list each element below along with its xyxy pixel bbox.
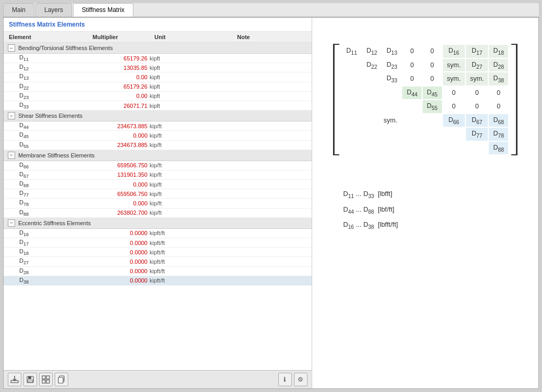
element-value[interactable]: 0.00 [82,93,150,99]
element-value[interactable]: 0.000 [82,181,150,188]
group-shear[interactable]: − Shear Stiffness Elements [4,111,312,121]
table-row[interactable]: D27 0.0000 kipft/ft [4,257,312,266]
element-value[interactable]: 0.0000 [82,259,150,265]
element-name: D22 [19,83,82,91]
element-value[interactable]: 65179.26 [82,55,150,62]
element-name: D66 [19,162,82,169]
settings-button[interactable]: ⚙ [294,373,307,386]
toolbar-left [8,373,68,386]
table-row[interactable]: D16 0.0000 kipft/ft [4,229,312,238]
element-value[interactable]: 0.000 [82,132,150,139]
toggle-membrane[interactable]: − [8,152,15,159]
table-row[interactable]: D12 13035.85 kipft [4,63,312,72]
element-value[interactable]: 263802.700 [82,210,150,216]
element-value[interactable]: 0.0000 [82,230,150,236]
grid-button[interactable] [39,373,53,386]
matrix-cell [383,128,402,141]
info-button[interactable]: ℹ [278,373,292,386]
table-row[interactable]: D23 0.00 kipft [4,92,312,101]
save-button[interactable] [23,373,37,386]
matrix-cell-highlight: D18 [489,45,508,58]
table-row[interactable]: D55 234673.885 kip/ft [4,141,312,150]
table-row[interactable]: D67 131901.350 kip/ft [4,170,312,180]
table-row[interactable]: D33 26071.71 kipft [4,101,312,111]
main-area: Stiffness Matrix Elements Element Multip… [3,17,539,389]
element-name: D17 [19,239,82,247]
table-row[interactable]: D17 0.0000 kipft/ft [4,238,312,248]
table-row[interactable]: D22 65179.26 kipft [4,82,312,92]
table-row[interactable]: D77 659506.750 kip/ft [4,189,312,199]
element-value[interactable]: 26071.71 [82,103,150,109]
element-value[interactable]: 131901.350 [82,172,150,178]
table-row[interactable]: D45 0.000 kip/ft [4,131,312,140]
element-value[interactable]: 234673.885 [82,123,150,129]
element-value[interactable]: 65179.26 [82,83,150,90]
matrix-cell [383,100,402,113]
element-unit: kipft/ft [150,230,191,236]
svg-rect-7 [42,380,45,383]
table-row[interactable]: D78 0.000 kip/ft [4,199,312,208]
toggle-shear[interactable]: − [8,112,15,119]
matrix-cell-highlight: sym. [466,72,488,85]
element-value[interactable]: 0.0000 [82,249,150,255]
matrix-cell [383,87,402,100]
element-unit: kip/ft [150,132,191,139]
matrix-cell-highlight: D17 [466,45,488,58]
table-row[interactable]: D68 0.000 kip/ft [4,180,312,189]
matrix-cell: 0 [489,87,508,100]
element-value[interactable]: 659506.750 [82,162,150,168]
matrix-cell-membrane: D77 [466,128,488,141]
copy-button[interactable] [55,373,68,386]
matrix-cell-highlight: D27 [466,59,488,72]
copy-icon [57,375,66,384]
tab-main[interactable]: Main [3,3,34,17]
toggle-eccentric[interactable]: − [8,219,15,227]
table-row[interactable]: D66 659506.750 kip/ft [4,161,312,170]
toggle-bending[interactable]: − [8,44,15,52]
table-row[interactable]: D44 234673.885 kip/ft [4,121,312,131]
table-row[interactable]: D38 0.0000 kipft/ft [4,276,312,286]
element-value[interactable]: 0.000 [82,200,150,206]
element-value[interactable]: 0.00 [82,74,150,80]
matrix-cell [423,142,442,155]
element-value[interactable]: 0.0000 [82,268,150,274]
element-value[interactable]: 234673.885 [82,142,150,148]
element-value[interactable]: 0.0000 [82,240,150,246]
group-bending[interactable]: − Bending/Torsional Stiffness Elements [4,43,312,54]
group-membrane[interactable]: − Membrane Stiffness Elements [4,150,312,161]
element-name: D38 [19,277,82,285]
svg-rect-3 [28,376,31,379]
table-row[interactable]: D13 0.00 kipft [4,72,312,82]
bottom-toolbar: ℹ ⚙ [4,370,312,388]
element-value[interactable]: 13035.85 [82,65,150,71]
section-title: Stiffness Matrix Elements [4,18,312,32]
matrix-cell [383,142,402,155]
element-unit: kip/ft [150,191,191,197]
element-value[interactable]: 0.0000 [82,277,150,284]
matrix-cell: D23 [383,59,402,72]
element-name: D12 [19,64,82,71]
table-row[interactable]: D11 65179.26 kipft [4,54,312,63]
matrix-cell-highlight: sym. [443,59,465,72]
matrix-cell-membrane: D88 [489,142,508,155]
element-unit: kip/ft [150,200,191,206]
matrix-cell: sym. [362,114,401,127]
element-unit: kipft [150,74,191,80]
element-name: D16 [19,229,82,237]
matrix-cell: 0 [466,87,488,100]
table-row[interactable]: D88 263802.700 kip/ft [4,209,312,218]
element-unit: kipft/ft [150,268,191,274]
right-panel: D11 D12 D13 0 0 D16 D17 D18 [312,18,538,388]
table-row[interactable]: D28 0.0000 kipft/ft [4,267,312,276]
tab-stiffness-matrix[interactable]: Stiffness Matrix [73,3,133,17]
element-value[interactable]: 659506.750 [82,191,150,197]
matrix-cell: D22 [362,59,381,72]
group-eccentric[interactable]: − Eccentric Stiffness Elements [4,218,312,229]
import-button[interactable] [8,373,21,386]
matrix-cell-shear: D55 [423,100,442,113]
tab-layers[interactable]: Layers [35,3,72,17]
col-header-note: Note [181,34,306,40]
group-shear-label: Shear Stiffness Elements [18,113,82,119]
element-name: D13 [19,73,82,81]
table-row[interactable]: D18 0.0000 kipft/ft [4,248,312,257]
